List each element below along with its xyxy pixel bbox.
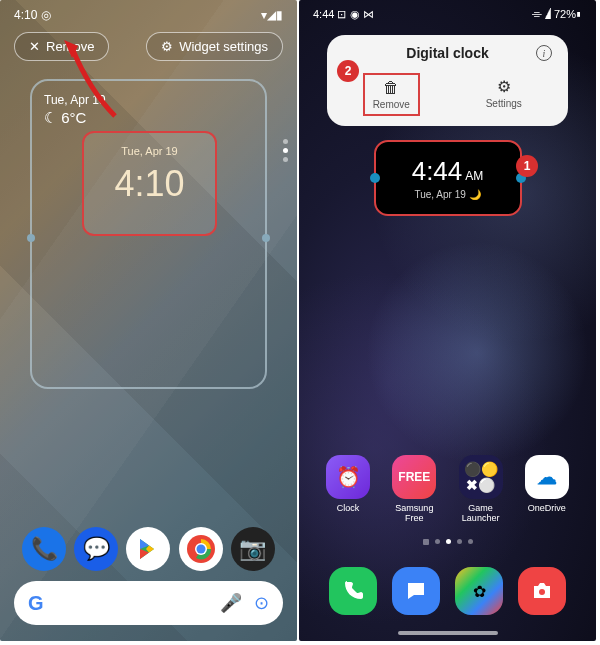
chrome-icon[interactable] (179, 527, 223, 571)
info-icon[interactable]: i (536, 45, 552, 61)
dock: ✿ (299, 567, 596, 615)
clock-date: Tue, Apr 19 (84, 145, 215, 157)
onedrive-app[interactable]: ☁ OneDrive (518, 455, 576, 523)
remove-button[interactable]: ✕ Remove (14, 32, 109, 61)
phone-app-icon[interactable] (329, 567, 377, 615)
weather-temp: 6°C (61, 109, 86, 126)
moon-icon: 🌙 (469, 189, 481, 200)
status-icons: ⌯ ◢ 72%▮ (531, 8, 582, 21)
samsung-free-app[interactable]: FREE Samsung Free (385, 455, 443, 523)
page-indicator (283, 135, 289, 166)
status-time: 4:10 (14, 8, 37, 22)
svg-point-2 (196, 545, 205, 554)
weather-date: Tue, Apr 19 (44, 93, 253, 107)
search-bar[interactable]: G 🎤 ⊙ (14, 581, 283, 625)
phone-app-icon[interactable]: 📞 (22, 527, 66, 571)
app-row: ⏰ Clock FREE Samsung Free ⚫🟡✖⚪ Game Laun… (299, 455, 596, 523)
gear-icon: ⚙ (161, 39, 173, 54)
page-indicator[interactable] (299, 539, 596, 545)
mic-icon[interactable]: 🎤 (220, 592, 242, 614)
gallery-app-icon[interactable]: ✿ (455, 567, 503, 615)
nav-handle[interactable] (398, 631, 498, 635)
annotation-badge-2: 2 (337, 60, 359, 82)
messages-app-icon[interactable]: 💬 (74, 527, 118, 571)
weather-widget[interactable]: Tue, Apr 19 ☾ 6°C (44, 93, 253, 127)
status-bar: 4:44 ⊡ ◉ ⋈ ⌯ ◢ 72%▮ (299, 0, 596, 25)
svg-point-3 (539, 589, 545, 595)
digital-clock-widget[interactable]: 4:44AM Tue, Apr 19 🌙 (374, 140, 522, 216)
widget-edit-actions: ✕ Remove ⚙ Widget settings (0, 26, 297, 67)
moon-icon: ☾ (44, 109, 57, 126)
settings-button[interactable]: ⚙ Settings (448, 69, 561, 120)
popup-title: Digital clock (406, 45, 488, 61)
samsung-home-screen: 4:44 ⊡ ◉ ⋈ ⌯ ◢ 72%▮ 2 Digital clock i 🗑 … (299, 0, 596, 641)
trash-icon: 🗑 (373, 79, 410, 97)
clock-time: 4:44AM (412, 156, 484, 187)
camera-app-icon[interactable] (518, 567, 566, 615)
status-icons: ▾◢▮ (261, 8, 283, 22)
lens-icon[interactable]: ⊙ (254, 592, 269, 614)
dock: 📞 💬 📷 (0, 527, 297, 571)
clock-widget[interactable]: Tue, Apr 19 4:10 (82, 131, 217, 236)
google-logo-icon: G (28, 592, 44, 615)
clock-time: 4:10 (84, 163, 215, 205)
pixel-home-screen: 4:10 ◎ ▾◢▮ ✕ Remove ⚙ Widget settings Tu… (0, 0, 297, 641)
widget-context-popup: Digital clock i 🗑 Remove ⚙ Settings (327, 35, 568, 126)
widget-settings-button[interactable]: ⚙ Widget settings (146, 32, 283, 61)
annotation-badge-1: 1 (516, 155, 538, 177)
widget-resize-frame[interactable]: Tue, Apr 19 ☾ 6°C Tue, Apr 19 4:10 (30, 79, 267, 389)
clock-date: Tue, Apr 19 🌙 (414, 189, 480, 200)
play-store-icon[interactable] (126, 527, 170, 571)
gear-icon: ⚙ (486, 77, 522, 96)
messages-app-icon[interactable] (392, 567, 440, 615)
status-time: 4:44 (313, 8, 334, 20)
status-bar: 4:10 ◎ ▾◢▮ (0, 0, 297, 26)
close-icon: ✕ (29, 39, 40, 54)
camera-icon[interactable]: 📷 (231, 527, 275, 571)
clock-app[interactable]: ⏰ Clock (319, 455, 377, 523)
game-launcher-app[interactable]: ⚫🟡✖⚪ Game Launcher (452, 455, 510, 523)
